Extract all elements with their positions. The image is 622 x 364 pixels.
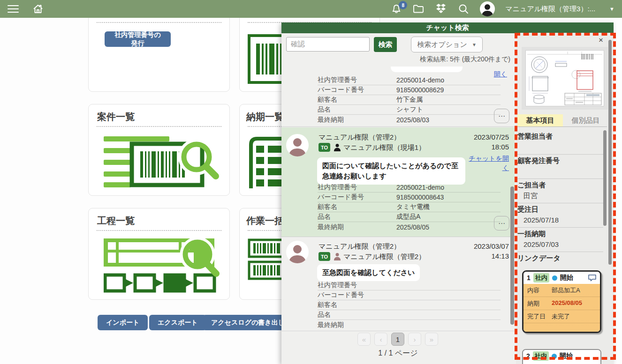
message-date: 2023/03/07 bbox=[474, 242, 509, 250]
home-icon[interactable] bbox=[32, 3, 44, 15]
drawing-thumbnail[interactable] bbox=[522, 47, 608, 110]
message-date: 2023/07/25 bbox=[474, 133, 509, 141]
notification-badge: 8 bbox=[399, 1, 407, 9]
message-time: 14:13 bbox=[491, 252, 509, 260]
avatar bbox=[286, 134, 309, 156]
chat-bubble-icon[interactable] bbox=[588, 274, 597, 282]
access-log-button[interactable]: アクセスログの書き出し bbox=[203, 315, 293, 330]
pagination-next-button[interactable]: › bbox=[408, 333, 421, 346]
card-title: 作業一括 bbox=[246, 215, 284, 227]
process-row: 内容 部品加工A bbox=[523, 284, 600, 297]
status-dot bbox=[552, 275, 557, 281]
result-detail-table: 社内管理番号 22050014-demo バーコード番号 91850000086… bbox=[318, 75, 501, 125]
process-card-2[interactable]: 2 社内 開始 bbox=[522, 349, 601, 364]
process-card-header: 2 社内 開始 bbox=[523, 350, 600, 362]
open-chat-link[interactable]: チャットを開く bbox=[469, 154, 509, 172]
sender-name: マニュアル権限（管理2） bbox=[319, 242, 401, 251]
message-bubble: 図面について確認したいことがあるので至急連絡お願いします bbox=[317, 157, 465, 185]
panel-scrollbar[interactable] bbox=[603, 130, 607, 226]
search-input[interactable] bbox=[286, 37, 370, 52]
modal-header: チャット検索 bbox=[281, 22, 614, 33]
detail-panel: × bbox=[516, 33, 614, 364]
pagination-prev-button[interactable]: ‹ bbox=[374, 333, 387, 346]
koutei-flow-icon bbox=[104, 237, 221, 295]
message-bubble: 至急図面を確認してください bbox=[317, 264, 420, 281]
chat-result-item[interactable]: 開く 社内管理番号 22050014-demo バーコード番号 91850000… bbox=[281, 66, 515, 127]
dropbox-icon[interactable] bbox=[435, 3, 447, 15]
process-number: 1 bbox=[527, 274, 531, 282]
screen: 8 bbox=[0, 0, 622, 364]
message-bubble-partial bbox=[391, 67, 463, 72]
tab-individual-items[interactable]: 個別品目 bbox=[563, 114, 608, 126]
avatar[interactable] bbox=[480, 1, 495, 16]
recipient-name: マニュアル権限（管理2） bbox=[343, 253, 425, 261]
issue-number-button[interactable]: 社内管理番号の発行 bbox=[105, 31, 171, 47]
menu-icon[interactable] bbox=[8, 5, 19, 13]
table-row: バーコード番号 9185000008629 bbox=[318, 85, 501, 95]
pagination-page-1-button[interactable]: 1 bbox=[391, 333, 404, 346]
field-order-date: 受注日 2025/07/18 bbox=[517, 203, 603, 228]
status-label: 開始 bbox=[560, 352, 573, 360]
account-label[interactable]: マニュアル権限（管理3）:... bbox=[505, 5, 595, 14]
pagination-first-button[interactable]: « bbox=[357, 333, 371, 346]
more-button[interactable]: ⋯ bbox=[494, 109, 509, 123]
table-row: 顧客名 bbox=[318, 300, 501, 310]
card-title: 納期一覧 bbox=[246, 111, 284, 123]
table-row: 社内管理番号 bbox=[318, 281, 501, 290]
process-card-body: 内容 部品加工A 納期 2025/08/05 完了日 未完了 bbox=[523, 284, 600, 333]
avatar bbox=[286, 241, 309, 263]
search-result-info: 検索結果: 5件 (最大200件まで) bbox=[281, 55, 510, 64]
card-koutei[interactable]: 工程一覧 bbox=[88, 208, 230, 300]
due-date-alert: 2025/08/05 bbox=[552, 299, 582, 308]
table-row: バーコード番号 9185000008643 bbox=[318, 193, 501, 202]
topbar-right: 8 bbox=[391, 1, 614, 16]
search-button[interactable]: 検索 bbox=[374, 37, 397, 52]
divider bbox=[97, 126, 221, 127]
table-row: 社内管理番号 22050021-demo bbox=[318, 183, 501, 193]
person-icon bbox=[333, 143, 341, 153]
table-row: 社内管理番号 22050014-demo bbox=[318, 75, 501, 85]
process-row: 完了日 未完了 bbox=[523, 310, 600, 323]
table-row: バーコード番号 bbox=[318, 290, 501, 300]
field-contact-person: ご担当者 田宮 bbox=[517, 179, 603, 203]
table-row: 顧客名 タミヤ電機 bbox=[318, 202, 501, 212]
process-card-1[interactable]: 1 社内 開始 内容 部品加工A 納期 bbox=[522, 270, 601, 333]
folder-icon[interactable] bbox=[412, 4, 425, 14]
more-button[interactable]: ⋯ bbox=[494, 216, 509, 230]
card-anken[interactable]: 案件一覧 bbox=[88, 104, 230, 196]
table-row: 品名 成型品A bbox=[318, 212, 501, 222]
field-link-data: リンクデータ bbox=[517, 252, 603, 265]
search-options-button[interactable]: 検索オプション ▼ bbox=[411, 37, 483, 52]
page-info: 1 / 1 ページ bbox=[281, 349, 515, 358]
import-button[interactable]: インポート bbox=[98, 315, 148, 330]
anken-list-icon bbox=[104, 134, 221, 189]
page-scrollbar[interactable] bbox=[608, 40, 612, 265]
tab-basic-items[interactable]: 基本項目 bbox=[517, 114, 563, 126]
table-row: 品名 bbox=[318, 310, 501, 320]
export-button[interactable]: エクスポート bbox=[149, 315, 206, 330]
chat-search-modal: チャット検索 検索 検索オプション ▼ 検索結果: 5件 (最大200件まで) … bbox=[281, 22, 614, 364]
message-time: 18:05 bbox=[491, 143, 509, 151]
close-icon[interactable]: × bbox=[596, 35, 606, 45]
table-row: 最終納期 2025/08/03 bbox=[318, 115, 501, 125]
chat-result-item[interactable]: マニュアル権限（管理2） TO マニュアル権限（管理2） 2023/03/07 … bbox=[281, 237, 515, 331]
to-badge: TO bbox=[319, 143, 330, 152]
drawing-image bbox=[525, 50, 604, 106]
status-label: 開始 bbox=[560, 274, 573, 282]
chat-list-scrollbar[interactable] bbox=[510, 186, 514, 325]
chat-result-item[interactable]: マニュアル権限（管理2） TO マニュアル権限（現場1） 2023/07/25 … bbox=[281, 127, 515, 237]
divider bbox=[97, 22, 221, 23]
process-card-header: 1 社内 開始 bbox=[523, 272, 600, 284]
caret-down-icon[interactable]: ▼ bbox=[609, 6, 614, 12]
result-detail-table: 社内管理番号 22050021-demo バーコード番号 91850000086… bbox=[318, 183, 501, 232]
recipient-name: マニュアル権限（現場1） bbox=[343, 143, 425, 152]
bell-icon[interactable]: 8 bbox=[391, 3, 402, 15]
pagination-last-button[interactable]: » bbox=[425, 333, 438, 346]
divider bbox=[516, 126, 607, 127]
table-row: 品名 シャフト bbox=[318, 105, 501, 115]
field-customer-order-no: 顧客発注番号 bbox=[517, 155, 603, 179]
topbar-left bbox=[8, 3, 44, 15]
card-title: 案件一覧 bbox=[97, 111, 135, 123]
search-icon[interactable] bbox=[457, 3, 470, 15]
table-row: 最終納期 2025/08/05 bbox=[318, 222, 501, 232]
